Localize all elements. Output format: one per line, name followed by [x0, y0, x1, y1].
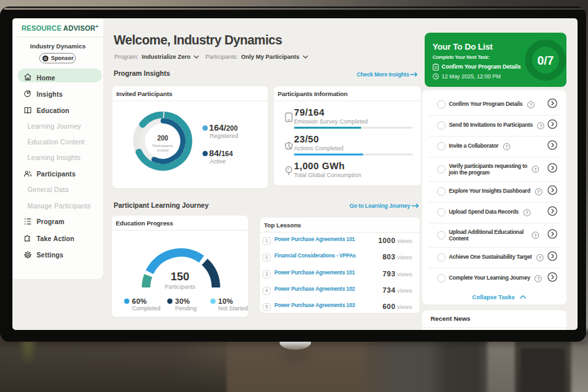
svg-text:0/7: 0/7: [537, 54, 553, 67]
svg-text:Participants: Participants: [152, 144, 172, 148]
svg-text:Invited: Invited: [157, 148, 169, 152]
svg-text:200: 200: [157, 135, 169, 142]
